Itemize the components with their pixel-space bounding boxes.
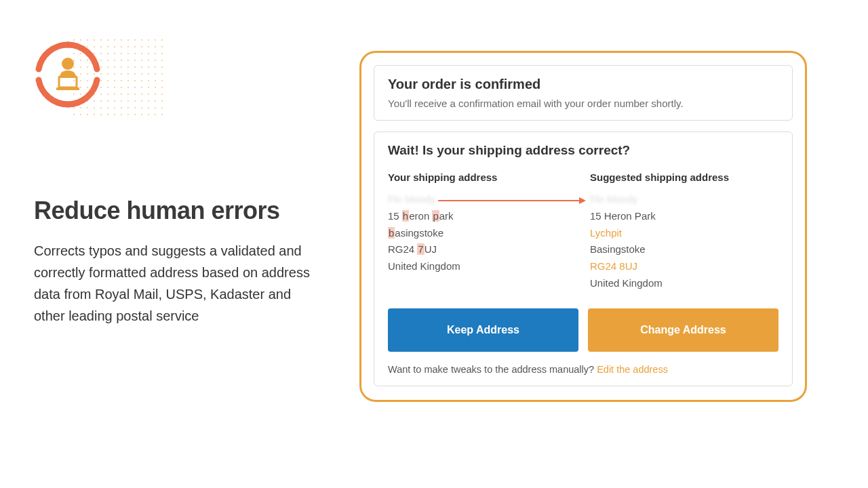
confirm-subtitle: You'll receive a confirmation email with… — [388, 98, 778, 109]
your-address-label: Your shipping address — [388, 171, 576, 183]
suggested-line1: 15 Heron Park — [590, 208, 778, 225]
hero-icon — [34, 41, 102, 108]
svg-rect-1 — [59, 77, 77, 87]
your-line3: RG24 7UJ — [388, 241, 576, 258]
your-line1: 15 heron park — [388, 208, 576, 225]
suggested-name-blurred: Flo Moody — [590, 191, 778, 208]
order-confirmed-card: Your order is confirmed You'll receive a… — [374, 65, 793, 121]
keep-address-button[interactable]: Keep Address — [388, 308, 578, 352]
suggested-address-col: Suggested shipping address Flo Moody 15 … — [590, 171, 778, 292]
svg-marker-4 — [579, 197, 586, 204]
user-laptop-icon — [34, 41, 102, 108]
confirm-title: Your order is confirmed — [388, 77, 778, 92]
suggested-address-label: Suggested shipping address — [590, 171, 778, 183]
edit-address-link[interactable]: Edit the address — [597, 364, 668, 375]
description: Corrects typos and suggests a validated … — [34, 240, 319, 327]
address-validator-card: Wait! Is your shipping address correct? … — [374, 131, 793, 386]
manual-edit-prompt: Want to make tweaks to the address manua… — [388, 364, 778, 375]
suggested-country: United Kingdom — [590, 275, 778, 292]
svg-rect-2 — [56, 87, 79, 90]
your-name-blurred: Flo Moody — [388, 191, 576, 208]
suggested-line4: RG24 8UJ — [590, 258, 778, 275]
suggested-line2: Lychpit — [590, 225, 778, 242]
demo-panel: Your order is confirmed You'll receive a… — [359, 51, 807, 402]
your-country: United Kingdom — [388, 258, 576, 275]
change-address-button[interactable]: Change Address — [588, 308, 778, 352]
your-line2: basingstoke — [388, 225, 576, 242]
headline: Reduce human errors — [34, 197, 319, 225]
svg-point-0 — [62, 58, 74, 70]
your-address-col: Your shipping address Flo Moody 15 heron… — [388, 171, 576, 292]
validator-heading: Wait! Is your shipping address correct? — [388, 143, 778, 158]
suggested-line3: Basingstoke — [590, 241, 778, 258]
